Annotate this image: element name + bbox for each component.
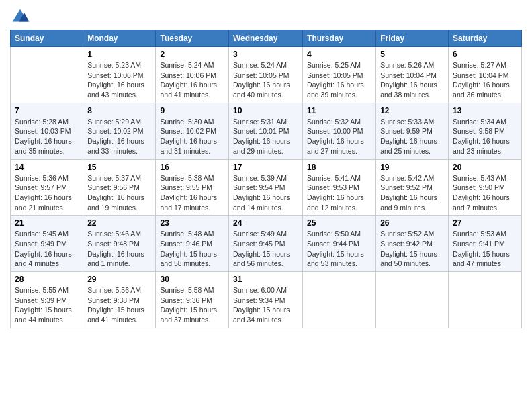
weekday-header-wednesday: Wednesday: [228, 30, 302, 47]
calendar-cell: 11Sunrise: 5:32 AM Sunset: 10:00 PM Dayl…: [303, 103, 376, 159]
calendar-cell: 2Sunrise: 5:24 AM Sunset: 10:06 PM Dayli…: [156, 47, 229, 103]
day-number: 1: [87, 50, 151, 59]
calendar-cell: 20Sunrise: 5:43 AM Sunset: 9:50 PM Dayli…: [449, 159, 522, 216]
calendar-table: SundayMondayTuesdayWednesdayThursdayFrid…: [10, 30, 522, 328]
day-number: 16: [160, 163, 224, 172]
calendar-cell: 1Sunrise: 5:23 AM Sunset: 10:06 PM Dayli…: [83, 47, 156, 103]
day-number: 28: [15, 275, 79, 284]
calendar-cell: 15Sunrise: 5:37 AM Sunset: 9:56 PM Dayli…: [83, 159, 156, 216]
weekday-header-sunday: Sunday: [11, 30, 83, 47]
calendar-cell: 5Sunrise: 5:26 AM Sunset: 10:04 PM Dayli…: [376, 47, 449, 103]
weekday-header-thursday: Thursday: [303, 30, 376, 47]
calendar-cell: 22Sunrise: 5:46 AM Sunset: 9:48 PM Dayli…: [83, 216, 156, 272]
day-number: 9: [160, 106, 224, 116]
day-number: 14: [15, 163, 79, 172]
calendar-cell: 19Sunrise: 5:42 AM Sunset: 9:52 PM Dayli…: [376, 159, 449, 216]
day-info: Sunrise: 5:53 AM Sunset: 9:41 PM Dayligh…: [453, 229, 517, 269]
day-info: Sunrise: 5:55 AM Sunset: 9:39 PM Dayligh…: [15, 285, 79, 325]
day-number: 22: [87, 218, 151, 228]
day-number: 25: [307, 218, 371, 228]
day-info: Sunrise: 5:27 AM Sunset: 10:04 PM Daylig…: [453, 60, 517, 100]
day-info: Sunrise: 5:30 AM Sunset: 10:02 PM Daylig…: [160, 117, 224, 156]
day-info: Sunrise: 5:31 AM Sunset: 10:01 PM Daylig…: [233, 117, 298, 156]
day-info: Sunrise: 5:39 AM Sunset: 9:54 PM Dayligh…: [233, 173, 298, 213]
weekday-header-friday: Friday: [376, 30, 449, 47]
calendar-cell: 24Sunrise: 5:49 AM Sunset: 9:45 PM Dayli…: [228, 216, 302, 272]
week-row-2: 7Sunrise: 5:28 AM Sunset: 10:03 PM Dayli…: [11, 103, 522, 159]
day-number: 24: [233, 218, 298, 228]
calendar-cell: 18Sunrise: 5:41 AM Sunset: 9:53 PM Dayli…: [303, 159, 376, 216]
day-number: 27: [453, 218, 517, 228]
day-info: Sunrise: 5:50 AM Sunset: 9:44 PM Dayligh…: [307, 229, 371, 269]
day-info: Sunrise: 5:29 AM Sunset: 10:02 PM Daylig…: [87, 117, 151, 156]
weekday-header-monday: Monday: [83, 30, 156, 47]
day-number: 12: [380, 106, 444, 116]
day-info: Sunrise: 5:58 AM Sunset: 9:36 PM Dayligh…: [160, 285, 224, 325]
calendar-cell: 4Sunrise: 5:25 AM Sunset: 10:05 PM Dayli…: [303, 47, 376, 103]
calendar-cell: [376, 272, 449, 328]
week-row-4: 21Sunrise: 5:45 AM Sunset: 9:49 PM Dayli…: [11, 216, 522, 272]
calendar-cell: 3Sunrise: 5:24 AM Sunset: 10:05 PM Dayli…: [228, 47, 302, 103]
day-number: 6: [453, 50, 517, 59]
calendar-cell: 30Sunrise: 5:58 AM Sunset: 9:36 PM Dayli…: [156, 272, 229, 328]
calendar-cell: 25Sunrise: 5:50 AM Sunset: 9:44 PM Dayli…: [303, 216, 376, 272]
day-info: Sunrise: 5:46 AM Sunset: 9:48 PM Dayligh…: [87, 229, 151, 269]
calendar-cell: 21Sunrise: 5:45 AM Sunset: 9:49 PM Dayli…: [11, 216, 83, 272]
weekday-header-tuesday: Tuesday: [156, 30, 229, 47]
calendar-cell: 23Sunrise: 5:48 AM Sunset: 9:46 PM Dayli…: [156, 216, 229, 272]
calendar-cell: 7Sunrise: 5:28 AM Sunset: 10:03 PM Dayli…: [11, 103, 83, 159]
weekday-header-row: SundayMondayTuesdayWednesdayThursdayFrid…: [11, 30, 522, 47]
calendar-cell: 8Sunrise: 5:29 AM Sunset: 10:02 PM Dayli…: [83, 103, 156, 159]
calendar-cell: [11, 47, 83, 103]
calendar-cell: 10Sunrise: 5:31 AM Sunset: 10:01 PM Dayl…: [228, 103, 302, 159]
day-info: Sunrise: 5:33 AM Sunset: 9:59 PM Dayligh…: [380, 117, 444, 156]
day-info: Sunrise: 5:26 AM Sunset: 10:04 PM Daylig…: [380, 60, 444, 100]
calendar-cell: 29Sunrise: 5:56 AM Sunset: 9:38 PM Dayli…: [83, 272, 156, 328]
day-info: Sunrise: 5:37 AM Sunset: 9:56 PM Dayligh…: [87, 173, 151, 213]
weekday-header-saturday: Saturday: [449, 30, 522, 47]
calendar-cell: 9Sunrise: 5:30 AM Sunset: 10:02 PM Dayli…: [156, 103, 229, 159]
week-row-3: 14Sunrise: 5:36 AM Sunset: 9:57 PM Dayli…: [11, 159, 522, 216]
header: [10, 7, 522, 27]
calendar-cell: 6Sunrise: 5:27 AM Sunset: 10:04 PM Dayli…: [449, 47, 522, 103]
day-number: 19: [380, 163, 444, 172]
day-number: 30: [160, 275, 224, 284]
calendar-cell: 13Sunrise: 5:34 AM Sunset: 9:58 PM Dayli…: [449, 103, 522, 159]
calendar-cell: 16Sunrise: 5:38 AM Sunset: 9:55 PM Dayli…: [156, 159, 229, 216]
day-number: 20: [453, 163, 517, 172]
day-number: 18: [307, 163, 371, 172]
calendar-cell: [449, 272, 522, 328]
calendar-cell: 14Sunrise: 5:36 AM Sunset: 9:57 PM Dayli…: [11, 159, 83, 216]
day-info: Sunrise: 5:25 AM Sunset: 10:05 PM Daylig…: [307, 60, 371, 100]
calendar-cell: 12Sunrise: 5:33 AM Sunset: 9:59 PM Dayli…: [376, 103, 449, 159]
day-number: 21: [15, 218, 79, 228]
page: SundayMondayTuesdayWednesdayThursdayFrid…: [0, 0, 532, 335]
logo-icon: [10, 7, 30, 27]
logo: [10, 7, 33, 27]
day-info: Sunrise: 6:00 AM Sunset: 9:34 PM Dayligh…: [233, 285, 298, 325]
calendar-cell: [303, 272, 376, 328]
day-number: 13: [453, 106, 517, 116]
calendar-cell: 28Sunrise: 5:55 AM Sunset: 9:39 PM Dayli…: [11, 272, 83, 328]
day-number: 31: [233, 275, 298, 284]
day-info: Sunrise: 5:43 AM Sunset: 9:50 PM Dayligh…: [453, 173, 517, 213]
day-info: Sunrise: 5:42 AM Sunset: 9:52 PM Dayligh…: [380, 173, 444, 213]
day-number: 26: [380, 218, 444, 228]
day-info: Sunrise: 5:24 AM Sunset: 10:06 PM Daylig…: [160, 60, 224, 100]
day-number: 10: [233, 106, 298, 116]
day-info: Sunrise: 5:49 AM Sunset: 9:45 PM Dayligh…: [233, 229, 298, 269]
day-info: Sunrise: 5:28 AM Sunset: 10:03 PM Daylig…: [15, 117, 79, 156]
calendar-cell: 27Sunrise: 5:53 AM Sunset: 9:41 PM Dayli…: [449, 216, 522, 272]
day-info: Sunrise: 5:52 AM Sunset: 9:42 PM Dayligh…: [380, 229, 444, 269]
day-number: 29: [87, 275, 151, 284]
day-number: 2: [160, 50, 224, 59]
day-number: 8: [87, 106, 151, 116]
day-info: Sunrise: 5:41 AM Sunset: 9:53 PM Dayligh…: [307, 173, 371, 213]
calendar-cell: 31Sunrise: 6:00 AM Sunset: 9:34 PM Dayli…: [228, 272, 302, 328]
day-info: Sunrise: 5:23 AM Sunset: 10:06 PM Daylig…: [87, 60, 151, 100]
week-row-5: 28Sunrise: 5:55 AM Sunset: 9:39 PM Dayli…: [11, 272, 522, 328]
day-number: 5: [380, 50, 444, 59]
day-info: Sunrise: 5:38 AM Sunset: 9:55 PM Dayligh…: [160, 173, 224, 213]
day-info: Sunrise: 5:32 AM Sunset: 10:00 PM Daylig…: [307, 117, 371, 156]
day-info: Sunrise: 5:56 AM Sunset: 9:38 PM Dayligh…: [87, 285, 151, 325]
